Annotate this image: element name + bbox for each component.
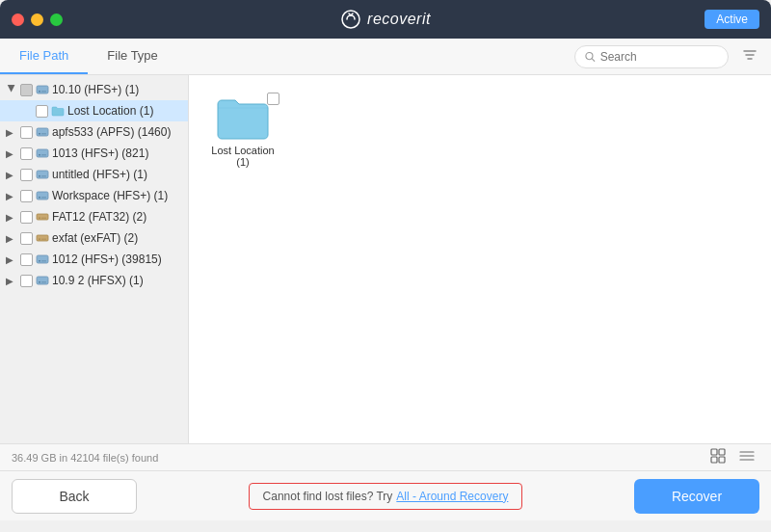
folder-icon bbox=[216, 94, 270, 141]
lost-files-text: Cannot find lost files? Try bbox=[263, 490, 393, 503]
drive-icon bbox=[36, 146, 49, 160]
tab-file-type[interactable]: File Type bbox=[88, 39, 177, 74]
logo-area: recoverit bbox=[340, 9, 431, 30]
close-button[interactable] bbox=[12, 13, 24, 26]
sidebar-item-label: 1013 (HFS+) (821) bbox=[52, 146, 148, 160]
checkbox[interactable] bbox=[20, 126, 33, 139]
svg-rect-8 bbox=[41, 92, 46, 93]
checkbox[interactable] bbox=[20, 211, 33, 224]
list-view-button[interactable] bbox=[734, 446, 759, 468]
sidebar-item-workspace[interactable]: ▶ Workspace (HFS+) (1) bbox=[0, 185, 188, 206]
sidebar-item-10-9-2[interactable]: ▶ 10.9 2 (HFSX) (1) bbox=[0, 270, 188, 291]
sidebar-item-label: untitled (HFS+) (1) bbox=[52, 168, 147, 181]
drive-icon bbox=[36, 125, 49, 139]
recover-button[interactable]: Recover bbox=[634, 479, 759, 514]
sidebar-item-lost-location[interactable]: ▶ Lost Location (1) bbox=[0, 100, 188, 121]
svg-rect-26 bbox=[41, 239, 46, 240]
svg-rect-12 bbox=[37, 149, 48, 157]
checkbox[interactable] bbox=[20, 190, 33, 202]
checkbox[interactable] bbox=[20, 253, 33, 266]
view-controls bbox=[705, 446, 759, 468]
title-bar: recoverit Active bbox=[0, 0, 771, 39]
status-bar: 36.49 GB in 42104 file(s) found bbox=[0, 443, 771, 470]
back-button[interactable]: Back bbox=[12, 479, 137, 514]
svg-rect-35 bbox=[711, 457, 717, 463]
svg-rect-19 bbox=[39, 197, 40, 199]
svg-rect-20 bbox=[41, 198, 46, 199]
lost-files-message: Cannot find lost files? Try All - Around… bbox=[249, 483, 523, 510]
filter-button[interactable] bbox=[736, 45, 763, 68]
grid-view-button[interactable] bbox=[705, 446, 731, 468]
svg-line-2 bbox=[593, 59, 595, 61]
svg-rect-24 bbox=[37, 235, 48, 241]
drive-icon bbox=[36, 83, 49, 96]
checkbox[interactable] bbox=[20, 232, 33, 245]
sidebar-item-exfat[interactable]: ▶ exfat (exFAT) (2) bbox=[0, 227, 188, 249]
sidebar-item-untitled[interactable]: ▶ untitled (HFS+) (1) bbox=[0, 164, 188, 185]
svg-rect-28 bbox=[39, 260, 40, 262]
bottom-bar: Back Cannot find lost files? Try All - A… bbox=[0, 470, 771, 520]
sidebar-item-1012[interactable]: ▶ 1012 (HFS+) (39815) bbox=[0, 249, 188, 270]
svg-rect-11 bbox=[41, 134, 46, 135]
list-icon bbox=[739, 448, 755, 464]
svg-rect-16 bbox=[39, 175, 40, 177]
maximize-button[interactable] bbox=[50, 13, 63, 26]
search-area bbox=[574, 39, 771, 74]
search-input[interactable] bbox=[600, 50, 718, 64]
svg-rect-36 bbox=[719, 457, 725, 463]
checkbox[interactable] bbox=[36, 105, 48, 118]
svg-rect-14 bbox=[41, 155, 46, 156]
sidebar-item-label: 1012 (HFS+) (39815) bbox=[52, 253, 162, 266]
svg-rect-9 bbox=[37, 128, 48, 136]
minimize-button[interactable] bbox=[31, 13, 43, 26]
checkbox[interactable] bbox=[20, 147, 33, 160]
svg-rect-22 bbox=[39, 218, 40, 219]
all-around-recovery-link[interactable]: All - Around Recovery bbox=[396, 490, 508, 503]
sidebar-item-label: 10.9 2 (HFSX) (1) bbox=[52, 274, 144, 287]
tab-file-path[interactable]: File Path bbox=[0, 39, 88, 74]
grid-icon bbox=[710, 448, 726, 464]
expand-arrow: ▶ bbox=[6, 276, 17, 286]
sidebar-item-label: exfat (exFAT) (2) bbox=[52, 231, 138, 245]
expand-arrow: ▶ bbox=[6, 127, 17, 138]
tab-bar: File Path File Type bbox=[0, 39, 771, 75]
svg-rect-15 bbox=[37, 171, 48, 178]
checkbox[interactable] bbox=[20, 169, 33, 181]
checkbox[interactable] bbox=[20, 84, 33, 96]
svg-rect-27 bbox=[37, 255, 48, 263]
sidebar-item-apfs533[interactable]: ▶ apfs533 (APFS) (1460) bbox=[0, 121, 188, 143]
file-area: Lost Location (1) bbox=[189, 75, 771, 443]
sidebar-item-10-10[interactable]: ▶ 10.10 (HFS+) (1) bbox=[0, 79, 188, 100]
sidebar-item-1013[interactable]: ▶ 1013 (HFS+) (821) bbox=[0, 143, 188, 164]
svg-rect-31 bbox=[39, 281, 40, 283]
drive-icon bbox=[36, 189, 49, 202]
filter-icon bbox=[742, 47, 758, 63]
tab-file-path-label: File Path bbox=[19, 48, 68, 63]
folder-name: Lost Location (1) bbox=[208, 145, 278, 168]
sidebar-item-label: FAT12 (FAT32) (2) bbox=[52, 210, 146, 224]
drive-icon bbox=[36, 168, 49, 181]
drive-icon bbox=[36, 253, 49, 266]
expand-arrow: ▶ bbox=[6, 170, 17, 180]
active-badge: Active bbox=[705, 10, 759, 29]
search-box[interactable] bbox=[574, 45, 729, 68]
traffic-lights bbox=[12, 13, 63, 26]
status-text: 36.49 GB in 42104 file(s) found bbox=[12, 452, 158, 464]
sidebar-item-label: Lost Location (1) bbox=[67, 104, 153, 118]
expand-arrow: ▶ bbox=[6, 148, 17, 159]
sidebar: ▶ 10.10 (HFS+) (1) ▶ Lost Location (1) ▶ bbox=[0, 75, 189, 443]
sidebar-item-fat12[interactable]: ▶ FAT12 (FAT32) (2) bbox=[0, 206, 188, 227]
expand-arrow: ▶ bbox=[6, 212, 17, 223]
svg-rect-25 bbox=[39, 239, 40, 240]
svg-rect-32 bbox=[41, 282, 46, 283]
expand-arrow: ▶ bbox=[6, 191, 17, 201]
svg-rect-6 bbox=[37, 86, 48, 93]
svg-rect-33 bbox=[711, 449, 717, 455]
checkbox[interactable] bbox=[20, 275, 33, 287]
folder-checkbox[interactable] bbox=[267, 93, 279, 105]
main-content: ▶ 10.10 (HFS+) (1) ▶ Lost Location (1) ▶ bbox=[0, 75, 771, 443]
folder-item-lost-location[interactable]: Lost Location (1) bbox=[204, 91, 281, 172]
svg-point-1 bbox=[586, 52, 593, 59]
drive-icon bbox=[36, 231, 49, 245]
drive-icon bbox=[36, 274, 49, 287]
